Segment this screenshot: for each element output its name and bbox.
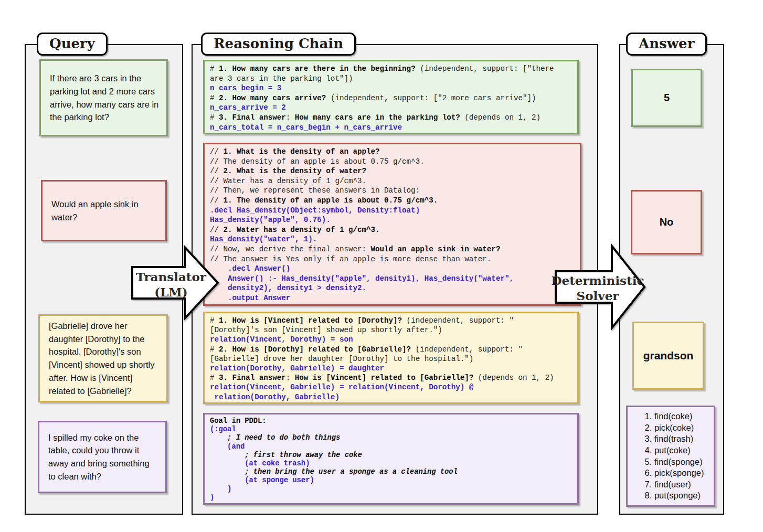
code-line: .output Answer [210, 293, 575, 303]
reasoning-box-kinship: # 1. How is [Vincent] related to [Doroth… [203, 312, 579, 404]
list-item: 3. find(trash) [645, 433, 704, 445]
code-line: ; then bring the user a sponge as a clea… [210, 468, 572, 476]
translator-label-line2: (LM) [128, 284, 215, 300]
code-line: relation(Vincent, Gabrielle) = relation(… [210, 382, 572, 392]
code-line: .decl Answer() [210, 264, 575, 274]
diagram-canvas: Query Reasoning Chain Answer If there ar… [0, 0, 763, 532]
reasoning-chain-header: Reasoning Chain [201, 33, 356, 56]
query-text-planning: I spilled my coke on the table, could yo… [48, 431, 158, 483]
code-line: ) [210, 494, 572, 502]
code-line: // 2. What is the density of water? [210, 166, 575, 176]
code-line: // Now, we derive the final answer: Woul… [210, 244, 575, 254]
code-line: (and [210, 443, 572, 451]
code-line: // The answer is Yes only if an apple is… [210, 254, 575, 264]
query-text-math: If there are 3 cars in the parking lot a… [50, 72, 160, 124]
code-line: Has_density("water", 1). [210, 235, 575, 244]
list-item: 1. find(coke) [645, 411, 704, 422]
solver-label-line2: Solver [551, 288, 644, 303]
code-line: relation(Vincent, Dorothy) = son [210, 335, 572, 344]
answer-box-logic: No [631, 190, 702, 254]
code-line: (at coke trash) [210, 460, 572, 468]
answer-box-planning: 1. find(coke)2. pick(coke)3. find(trash)… [626, 406, 715, 507]
code-line: ) [210, 485, 572, 494]
list-item: 2. pick(coke) [645, 422, 704, 434]
answer-box-kinship: grandson [632, 322, 704, 390]
answer-plan-list: 1. find(coke)2. pick(coke)3. find(trash)… [638, 411, 704, 502]
code-line: n_cars_arrive = 2 [210, 103, 572, 113]
answer-text-logic: No [660, 216, 674, 228]
translator-arrow-label: Translator (LM) [128, 269, 215, 300]
code-line: # 2. How is [Dorothy] related to [Gabrie… [210, 345, 572, 354]
code-line: .decl Has_density(Object:symbol, Density… [210, 206, 575, 216]
query-box-math: If there are 3 cars in the parking lot a… [39, 59, 168, 136]
code-line: are 3 cars in the parking lot"]) [210, 74, 572, 84]
code-line: density2), density1 > density2. [210, 283, 575, 293]
code-line: // The density of an apple is about 0.75… [210, 157, 575, 167]
code-line: // Then, we represent these answers in D… [210, 186, 575, 196]
code-line: ; first throw away the coke [210, 451, 572, 460]
code-line: # 1. How is [Vincent] related to [Doroth… [210, 316, 572, 325]
query-text-logic: Would an apple sink in water? [51, 198, 158, 224]
code-line: n_cars_total = n_cars_begin + n_cars_arr… [210, 123, 572, 133]
code-line: Answer() :- Has_density("apple", density… [210, 274, 575, 284]
code-line: [Gabrielle] drove her daughter [Dorothy]… [210, 354, 572, 364]
code-line: n_cars_begin = 3 [210, 83, 572, 93]
reasoning-box-planning: Goal in PDDL:(:goal ; I need to do both … [203, 413, 579, 505]
answer-header: Answer [626, 33, 707, 56]
answer-text-kinship: grandson [643, 349, 694, 362]
code-line: Goal in PDDL: [210, 417, 572, 425]
query-text-kinship: [Gabrielle] drove her daughter [Dorothy]… [49, 320, 160, 398]
code-line: (:goal [210, 425, 572, 434]
list-item: 6. pick(sponge) [645, 467, 704, 479]
query-box-planning: I spilled my coke on the table, could yo… [38, 421, 167, 493]
code-line: # 3. Final answer: How is [Vincent] rela… [210, 373, 572, 382]
solver-arrow-label: Deterministic Solver [551, 273, 644, 303]
answer-box-math: 5 [631, 69, 702, 127]
solver-label-line1: Deterministic [551, 273, 644, 288]
code-line: ; I need to do both things [210, 434, 572, 442]
list-item: 8. put(sponge) [645, 490, 704, 502]
code-line: relation(Dorothy, Gabrielle) [210, 392, 572, 402]
code-line: # 3. Final answer: How many cars are in … [210, 113, 572, 123]
code-line: // Water has a density of 1 g/cm^3. [210, 176, 575, 186]
answer-text-math: 5 [664, 92, 670, 104]
code-line: relation(Dorothy, Gabrielle) = daughter [210, 364, 572, 373]
query-header: Query [37, 33, 108, 56]
code-line: // 2. Water has a density of 1 g/cm^3. [210, 225, 575, 235]
translator-label-line1: Translator [128, 269, 215, 284]
list-item: 7. find(user) [645, 479, 704, 491]
code-line: (at sponge user) [210, 476, 572, 485]
reasoning-box-math: # 1. How many cars are there in the begi… [203, 60, 579, 134]
code-line: // 1. The density of an apple is about 0… [210, 196, 575, 206]
code-line: # 2. How many cars arrive? (independent,… [210, 93, 572, 103]
code-line: // 1. What is the density of an apple? [210, 147, 575, 157]
list-item: 5. find(sponge) [645, 456, 704, 468]
reasoning-box-logic: // 1. What is the density of an apple?//… [203, 143, 581, 306]
code-line: Has_density("apple", 0.75). [210, 215, 575, 225]
query-box-kinship: [Gabrielle] drove her daughter [Dorothy]… [38, 314, 168, 402]
code-line: # 1. How many cars are there in the begi… [210, 64, 572, 74]
query-box-logic: Would an apple sink in water? [41, 180, 167, 241]
list-item: 4. put(coke) [645, 445, 704, 456]
code-line: [Dorothy]'s son [Vincent] showed up shor… [210, 325, 572, 335]
